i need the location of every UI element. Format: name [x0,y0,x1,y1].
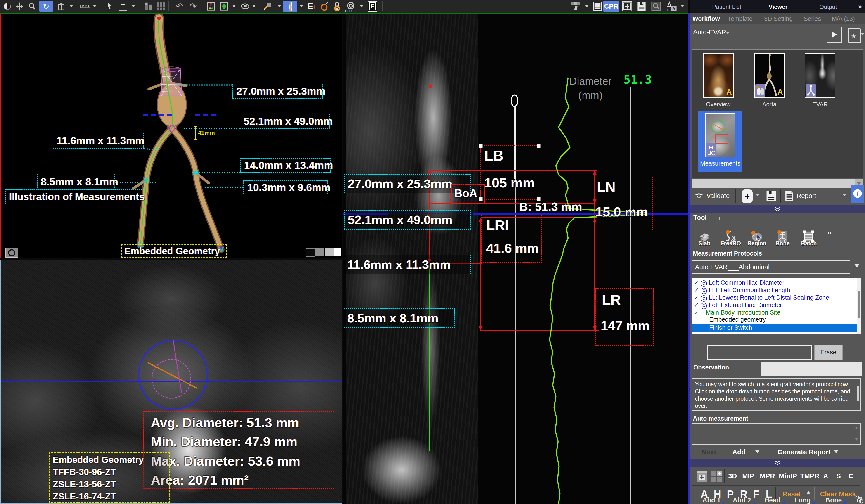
generate-report-button[interactable]: Generate Report [777,448,831,456]
region-grow-dropdown-icon[interactable] [232,4,236,8]
thumbnail-overview[interactable]: A [703,54,734,98]
hanging-protocol-icon[interactable] [569,1,583,12]
view-s-button[interactable]: S [836,472,841,480]
protocol-combo[interactable]: Auto EVAR___Abdominal [692,260,850,274]
hanging-protocol-dropdown-icon[interactable] [585,4,589,8]
reset-up-icon[interactable] [806,491,810,494]
font-settings-dropdown-icon[interactable] [680,4,684,8]
measurement-label[interactable]: 52.1mm x 49.0mm [344,210,471,230]
protocol-combo-dropdown-icon[interactable] [854,264,860,268]
vessel-dropdown-icon[interactable] [299,4,303,8]
clip-tool-icon[interactable] [332,1,343,12]
drag-handle[interactable] [537,144,541,148]
thumbnail-measurements[interactable] [705,113,735,157]
tools-more-icon[interactable]: » [827,228,831,237]
visibility-icon[interactable] [239,1,251,12]
save-icon[interactable] [636,1,647,12]
measurement-label[interactable]: 52.1mm x 49.0mm [240,114,330,129]
embedded-geometry-box[interactable]: Embedded Geometry TFFB-30-96-ZT ZSLE-13-… [49,453,170,503]
thumbnail-scrollbar[interactable] [692,179,863,188]
window-add-icon[interactable] [696,470,708,483]
view-mpr-button[interactable]: MPR [760,472,775,480]
window-level-icon[interactable] [55,1,67,12]
bookmark-icon[interactable]: ★ [848,27,861,43]
embedded-geometry-label[interactable]: Embedded Geometry [121,244,227,258]
thumbnail-evar[interactable] [805,54,835,98]
viewport-axial-ct[interactable]: Avg. Diameter: 51.3 mm Min. Diameter: 47… [0,260,342,504]
list-item[interactable]: ✓ Main Body Introduction Site [694,309,781,316]
lr-measurement-box[interactable]: LR 147 mm [596,288,654,346]
ln-measurement-box[interactable]: LN 15.0 mm [591,177,653,230]
grayscale-swatch[interactable] [305,248,315,257]
collapse-bar[interactable] [690,205,865,213]
tab-template[interactable]: Template [728,15,753,22]
save-state-icon[interactable] [766,190,776,203]
layout-grid-icon[interactable] [155,1,167,12]
collapse-bar[interactable] [690,459,865,467]
ruler-icon[interactable] [79,1,92,12]
list-icon[interactable] [591,1,604,12]
window-level-dropdown-icon[interactable] [69,4,73,8]
grayscale-swatch[interactable] [334,248,341,256]
list-item[interactable]: Embedded geometry [709,316,766,323]
tab-ma[interactable]: M/A (13) [832,15,855,22]
scroll-up-icon[interactable]: ▲ [854,425,859,431]
invert-contrast-icon[interactable] [855,495,864,504]
measurement-label[interactable]: 11.6mm x 11.3mm [53,132,144,149]
protocol-step-list[interactable]: ✓ C Left Common Iliac Diameter ✓ C LLI: … [692,278,861,334]
observation-input[interactable] [761,362,862,376]
validate-star-icon[interactable]: ☆ [695,190,703,201]
redo-icon[interactable]: ↷ [187,1,199,12]
view-3d-button[interactable]: 3D [728,472,737,480]
text-annotation-icon[interactable]: T [117,1,129,12]
lb-measurement-box[interactable]: LB 105 mm [480,145,539,200]
add-measurement-icon[interactable]: + [742,189,753,203]
snapshot-camera-icon[interactable] [5,248,18,258]
next-button[interactable]: Next [702,448,716,456]
scroll-down-icon[interactable]: ▼ [854,437,859,442]
font-settings-icon[interactable]: Ai [665,1,679,12]
view-minip-button[interactable]: MinIP [779,472,797,480]
list-item-selected[interactable]: Finish or Switch [692,324,857,332]
preset-bone-button[interactable]: Bone [826,496,842,504]
cpr-mode-icon[interactable]: CPR [603,1,619,12]
bookmark-dropdown-icon[interactable] [861,33,864,35]
measurement-label[interactable]: 10.3mm x 9.6mm [243,180,328,195]
gsps-dropdown-icon[interactable] [360,4,364,8]
boa-box[interactable]: BoA [451,184,485,204]
observation-textarea[interactable]: You may want to switch to a stent graft … [692,378,861,411]
generate-report-dropdown-icon[interactable] [834,450,838,453]
list-item[interactable]: ✓ C Left Common Iliac Diameter [694,279,784,287]
preset-abd1-button[interactable]: Abd 1 [702,496,721,504]
protocol-dropdown-icon[interactable] [726,32,729,34]
list-scrollbar-thumb[interactable] [858,291,860,318]
text-annotation-dropdown-icon[interactable] [131,4,135,8]
layout-panes-icon[interactable] [142,1,154,12]
nav-more-icon[interactable]: » [858,2,862,11]
preset-head-button[interactable]: Head [764,496,781,504]
cursor-icon[interactable] [104,1,115,12]
observation-scrollbar[interactable] [857,386,859,401]
e-report-icon[interactable]: E [366,1,379,12]
list-item[interactable]: ✓ C Left External Iliac Diameter [694,302,782,309]
measurement-label[interactable]: 27.0mm x 25.3mm [232,84,323,98]
nav-output[interactable]: Output [819,3,837,10]
tab-series[interactable]: Series [804,15,821,22]
nav-viewer[interactable]: Viewer [769,3,787,10]
preset-abd2-button[interactable]: Abd 2 [733,496,751,504]
grayscale-swatch[interactable] [315,248,324,256]
view-mip-button[interactable]: MIP [742,472,754,480]
preset-lung-button[interactable]: Lung [795,496,811,504]
tool-add-button[interactable]: + [718,215,722,222]
export-e-icon[interactable]: E↓ [306,1,318,12]
validate-button[interactable]: Validate [706,192,730,200]
add-view-icon[interactable] [621,1,634,12]
tab-workflow[interactable]: Workflow [692,15,720,22]
viewport-cpr[interactable]: 27.0mm x 25.3mm 52.1mm x 49.0mm 11.6mm x… [343,14,688,504]
region-grow-icon[interactable] [218,1,230,12]
add-button[interactable]: Add [732,448,745,456]
contrast-icon[interactable] [2,1,12,12]
thumbnail-aorta[interactable]: A [754,54,785,98]
annotation-input[interactable] [707,345,812,360]
view-c-button[interactable]: C [849,472,853,480]
